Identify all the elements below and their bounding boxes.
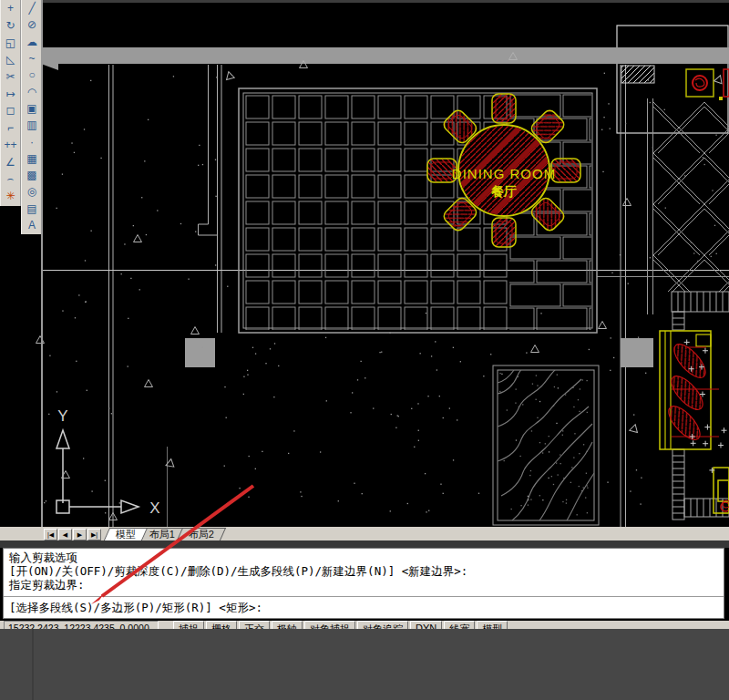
stretch-button[interactable]: ◺ xyxy=(1,51,20,68)
move-icon: + xyxy=(7,3,14,14)
move-button[interactable]: + xyxy=(1,0,20,17)
modify-toolbar: + ↻ ◱ ◺ ✂ ↦ ◻ ⌐ ++ ∠ ⌢ ✳ xyxy=(0,0,21,206)
command-history-line: [开(ON)/关(OFF)/剪裁深度(C)/删除(D)/生成多段线(P)/新建边… xyxy=(9,564,724,578)
region-button[interactable]: ◎ xyxy=(22,183,42,200)
break-at-point-button[interactable]: ◻ xyxy=(1,102,20,119)
lineweight-toggle[interactable]: 线宽 xyxy=(444,621,475,629)
ellipse-arc-button[interactable]: ◠ xyxy=(22,83,42,99)
scale-button[interactable]: ◱ xyxy=(1,34,20,51)
canvas-left-border xyxy=(41,0,43,527)
command-history-line: 输入剪裁选项 xyxy=(9,551,724,564)
arc-icon: ╱ xyxy=(28,3,35,14)
break-button[interactable]: ⌐ xyxy=(1,119,20,137)
snap-toggle[interactable]: 捕捉 xyxy=(173,621,204,629)
tab-nav-first-button[interactable]: |◀ xyxy=(44,529,57,540)
dining-table: DINING ROOM 餐厅 xyxy=(427,94,580,247)
tab-nav-next-button[interactable]: ▶ xyxy=(73,529,87,540)
grid-toggle[interactable]: 栅格 xyxy=(206,621,237,629)
ellipse-icon: ○ xyxy=(28,69,35,80)
join-button[interactable]: ++ xyxy=(1,137,20,154)
point-icon: · xyxy=(30,137,34,148)
command-prompt[interactable]: [选择多段线(S)/多边形(P)/矩形(R)] <矩形>: xyxy=(4,596,724,614)
insert-block-button[interactable]: ▣ xyxy=(22,100,42,117)
screenshot-bottom-band xyxy=(0,629,729,700)
polar-toggle[interactable]: 极轴 xyxy=(272,621,303,629)
band-seam xyxy=(32,629,34,700)
explode-icon: ✳ xyxy=(5,190,15,201)
column-right xyxy=(621,338,653,367)
ellipse-arc-icon: ◠ xyxy=(27,87,36,98)
fillet-icon: ⌢ xyxy=(7,173,15,184)
tab-nav-last-button[interactable]: ▶| xyxy=(87,529,101,540)
gradient-icon: ▩ xyxy=(26,170,36,180)
extend-icon: ↦ xyxy=(5,88,15,99)
point-button[interactable]: · xyxy=(22,133,42,149)
command-line-panel[interactable]: 输入剪裁选项 [开(ON)/关(OFF)/剪裁深度(C)/删除(D)/生成多段线… xyxy=(3,548,724,619)
table-icon: ▤ xyxy=(26,203,36,214)
tab-layout1-label: 布局1 xyxy=(149,528,175,541)
window-gap-strip xyxy=(0,540,729,548)
insert-block-icon: ▣ xyxy=(26,103,36,114)
command-history-line: 指定剪裁边界: xyxy=(9,578,724,592)
tab-model[interactable]: 模型 xyxy=(104,528,148,540)
draw-toolbar: ╱ ⊘ ☁ ~ ○ ◠ ▣ ▥ · ▦ ▩ ◎ ▤ A xyxy=(21,0,43,234)
gradient-button[interactable]: ▩ xyxy=(22,167,42,183)
coordinate-readout: 15232.2423, 12223.4235, 0.0000 xyxy=(4,621,159,629)
tab-nav-prev-button[interactable]: ◀ xyxy=(58,529,72,540)
top-clipped-strip xyxy=(41,0,729,3)
dining-room-label: DINING ROOM xyxy=(452,166,556,181)
join-icon: ++ xyxy=(4,139,16,150)
chamfer-icon: ∠ xyxy=(5,157,15,168)
make-block-button[interactable]: ▥ xyxy=(22,117,42,133)
status-bar: 15232.2423, 12223.4235, 0.0000 捕捉 栅格 正交 … xyxy=(0,621,729,629)
dyn-toggle[interactable]: DYN xyxy=(410,621,442,629)
tab-layout2[interactable]: 布局2 xyxy=(177,528,226,540)
chamfer-button[interactable]: ∠ xyxy=(1,153,20,170)
ucs-y-label: Y xyxy=(57,407,67,425)
column-left xyxy=(185,338,215,367)
region-icon: ◎ xyxy=(27,186,36,197)
trim-button[interactable]: ✂ xyxy=(1,68,20,86)
dining-room-label-zh: 餐厅 xyxy=(491,184,517,199)
spline-button[interactable]: ~ xyxy=(22,50,42,67)
osnap-toggle[interactable]: 对象捕捉 xyxy=(304,621,355,629)
spline-icon: ~ xyxy=(28,53,35,64)
tab-model-label: 模型 xyxy=(116,528,136,541)
arc-button[interactable]: ╱ xyxy=(22,0,42,16)
hatch-icon: ▦ xyxy=(26,153,36,164)
trim-icon: ✂ xyxy=(5,71,15,82)
make-block-icon: ▥ xyxy=(26,119,36,130)
otrack-toggle[interactable]: 对象追踪 xyxy=(357,621,408,629)
ellipse-button[interactable]: ○ xyxy=(22,67,42,83)
layout-tab-bar: |◀ ◀ ▶ ▶| 模型 布局1 布局2 xyxy=(0,527,729,540)
rotate-button[interactable]: ↻ xyxy=(1,17,20,35)
ucs-x-label: X xyxy=(149,499,159,517)
revision-cloud-button[interactable]: ☁ xyxy=(22,34,42,50)
tab-layout2-label: 布局2 xyxy=(189,528,214,541)
multiline-text-button[interactable]: A xyxy=(22,217,42,233)
revision-cloud-icon: ☁ xyxy=(26,36,37,47)
stretch-icon: ◺ xyxy=(6,54,15,65)
rotate-icon: ↻ xyxy=(5,20,15,31)
fillet-button[interactable]: ⌢ xyxy=(1,170,20,188)
table-button[interactable]: ▤ xyxy=(22,201,42,217)
command-history: 输入剪裁选项 [开(ON)/关(OFF)/剪裁深度(C)/删除(D)/生成多段线… xyxy=(4,549,724,594)
hatch-button[interactable]: ▦ xyxy=(22,150,42,167)
circle-icon: ⊘ xyxy=(27,19,36,30)
model-space-canvas[interactable]: DINING ROOM 餐厅 Y X xyxy=(0,0,729,527)
extend-button[interactable]: ↦ xyxy=(1,85,20,102)
break-at-point-icon: ◻ xyxy=(6,105,15,116)
scale-icon: ◱ xyxy=(5,37,15,48)
lattice-floor xyxy=(648,98,729,314)
model-toggle[interactable]: 模型 xyxy=(477,621,508,629)
break-icon: ⌐ xyxy=(7,122,14,133)
explode-button[interactable]: ✳ xyxy=(1,188,20,205)
ortho-toggle[interactable]: 正交 xyxy=(239,621,270,629)
circle-button[interactable]: ⊘ xyxy=(22,16,42,33)
multiline-text-icon: A xyxy=(28,220,36,231)
